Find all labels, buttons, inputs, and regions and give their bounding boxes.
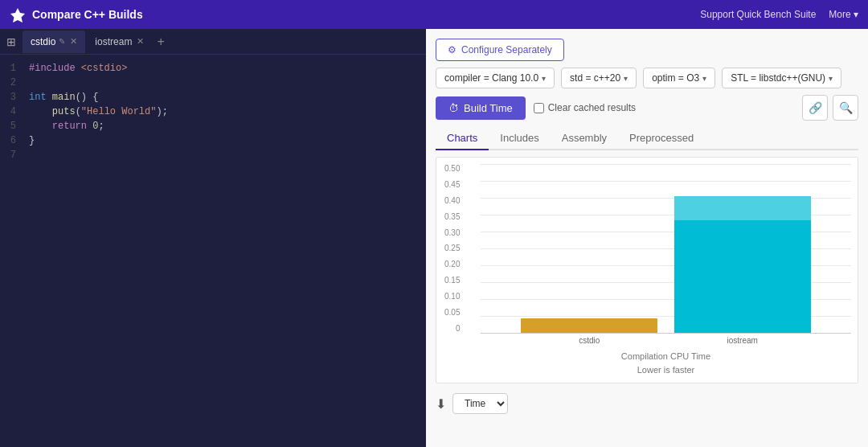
- optim-caret-icon: ▾: [702, 74, 706, 83]
- line-numbers: 1 2 3 4 5 6 7: [0, 58, 23, 444]
- app-logo-icon: [10, 6, 26, 23]
- action-left: ⏱ Build Time Clear cached results: [436, 96, 636, 120]
- code-content[interactable]: #include <cstdio> int main() { puts("Hel…: [23, 58, 426, 444]
- support-link[interactable]: Support Quick Bench Suite: [700, 9, 816, 20]
- tab-preprocessed[interactable]: Preprocessed: [618, 127, 705, 150]
- clear-cache-label[interactable]: Clear cached results: [534, 102, 636, 113]
- build-time-button[interactable]: ⏱ Build Time: [436, 96, 526, 120]
- tab-iostream-label: iostream: [95, 36, 132, 47]
- main-layout: ⊞ cstdio ✎ ✕ iostream ✕ + 1 2 3 4 5 6 7: [0, 29, 868, 447]
- configure-icon: ⚙: [448, 44, 457, 55]
- bottom-row: ⬇ Time: [436, 393, 858, 414]
- editor-panel: ⊞ cstdio ✎ ✕ iostream ✕ + 1 2 3 4 5 6 7: [0, 29, 426, 447]
- time-select[interactable]: Time: [452, 393, 508, 414]
- optim-dropdown-label: optim = O3: [652, 72, 699, 84]
- y-label-040: 0.40: [444, 196, 460, 205]
- chart-wrapper: 0.50 0.45 0.40 0.35 0.30 0.25 0.20 0.15 …: [436, 157, 858, 383]
- bar-group-cstdio: [521, 318, 657, 333]
- header-actions: Support Quick Bench Suite More ▾: [700, 9, 858, 20]
- tab-iostream-close-icon[interactable]: ✕: [137, 36, 144, 47]
- tab-assembly-label: Assembly: [562, 132, 607, 144]
- y-label-035: 0.35: [444, 212, 460, 221]
- y-axis: 0.50 0.45 0.40 0.35 0.30 0.25 0.20 0.15 …: [444, 164, 460, 333]
- content-tabs: Charts Includes Assembly Preprocessed: [436, 127, 858, 150]
- download-icon[interactable]: ⬇: [436, 396, 446, 412]
- tab-assembly[interactable]: Assembly: [551, 127, 618, 150]
- svg-marker-0: [10, 8, 25, 23]
- tab-preprocessed-label: Preprocessed: [629, 132, 694, 144]
- bars-container: [481, 164, 851, 333]
- y-label-025: 0.25: [444, 244, 460, 252]
- tab-charts-label: Charts: [447, 132, 477, 144]
- configure-label: Configure Separately: [461, 44, 552, 55]
- tab-cstdio-edit-icon[interactable]: ✎: [59, 37, 65, 46]
- y-label-005: 0.05: [444, 308, 460, 317]
- tab-cstdio[interactable]: cstdio ✎ ✕: [23, 31, 85, 53]
- app-header: Compare C++ Builds Support Quick Bench S…: [0, 0, 868, 29]
- bar-iostream-top: [674, 196, 811, 220]
- compiler-dropdown[interactable]: compiler = Clang 10.0 ▾: [436, 68, 555, 88]
- tab-cstdio-label: cstdio: [31, 36, 55, 47]
- std-dropdown-label: std = c++20: [570, 72, 620, 84]
- y-label-015: 0.15: [444, 276, 460, 285]
- build-btn-label: Build Time: [464, 102, 513, 114]
- share-button[interactable]: 🔗: [802, 95, 828, 121]
- y-label-045: 0.45: [444, 180, 460, 189]
- build-timer-icon: ⏱: [448, 102, 459, 114]
- search-button[interactable]: 🔍: [833, 95, 858, 121]
- bar-group-iostream: [674, 196, 811, 333]
- editor-tabs-bar: ⊞ cstdio ✎ ✕ iostream ✕ +: [0, 29, 426, 55]
- y-label-010: 0.10: [444, 292, 460, 301]
- std-dropdown[interactable]: std = c++20 ▾: [561, 68, 637, 88]
- bar-iostream: [674, 196, 811, 333]
- tab-includes-label: Includes: [500, 132, 538, 144]
- clear-cache-checkbox[interactable]: [534, 103, 544, 113]
- x-label-iostream: iostream: [674, 336, 811, 345]
- grid-line-11: [481, 333, 851, 334]
- more-button[interactable]: More ▾: [829, 9, 858, 20]
- x-axis-labels: cstdio iostream: [481, 333, 851, 348]
- chart-area: 0.50 0.45 0.40 0.35 0.30 0.25 0.20 0.15 …: [481, 164, 851, 333]
- tab-cstdio-close-icon[interactable]: ✕: [70, 36, 77, 47]
- add-tab-button[interactable]: +: [154, 35, 167, 49]
- stl-dropdown-label: STL = libstdc++(GNU): [731, 72, 825, 84]
- configure-separately-button[interactable]: ⚙ Configure Separately: [436, 39, 564, 61]
- compiler-options-row: compiler = Clang 10.0 ▾ std = c++20 ▾ op…: [436, 68, 858, 88]
- action-right: 🔗 🔍: [802, 95, 858, 121]
- stl-dropdown[interactable]: STL = libstdc++(GNU) ▾: [722, 68, 841, 88]
- app-title-group: Compare C++ Builds: [10, 6, 143, 23]
- code-editor[interactable]: 1 2 3 4 5 6 7 #include <cstdio> int main…: [0, 55, 426, 447]
- tab-includes[interactable]: Includes: [489, 127, 550, 150]
- right-panel: ⚙ Configure Separately compiler = Clang …: [426, 29, 868, 447]
- tab-iostream[interactable]: iostream ✕: [87, 31, 152, 53]
- grid-icon: ⊞: [6, 35, 16, 48]
- compiler-dropdown-label: compiler = Clang 10.0: [444, 72, 538, 84]
- share-icon: 🔗: [809, 101, 822, 114]
- chart-caption-line1: Compilation CPU Time: [481, 350, 851, 363]
- y-label-020: 0.20: [444, 260, 460, 269]
- compiler-caret-icon: ▾: [542, 74, 546, 83]
- std-caret-icon: ▾: [624, 74, 628, 83]
- y-label-030: 0.30: [444, 228, 460, 237]
- optim-dropdown[interactable]: optim = O3 ▾: [643, 68, 715, 88]
- tab-charts[interactable]: Charts: [436, 127, 489, 150]
- bar-cstdio: [521, 318, 657, 333]
- stl-caret-icon: ▾: [829, 74, 833, 83]
- search-icon: 🔍: [839, 101, 853, 114]
- chart-caption-line2: Lower is faster: [481, 363, 851, 377]
- chart-caption: Compilation CPU Time Lower is faster: [481, 348, 851, 383]
- y-label-050: 0.50: [444, 164, 460, 173]
- action-row: ⏱ Build Time Clear cached results 🔗 🔍: [436, 95, 858, 121]
- app-title: Compare C++ Builds: [32, 8, 143, 21]
- clear-cache-text: Clear cached results: [548, 102, 636, 113]
- x-label-cstdio: cstdio: [521, 336, 657, 345]
- configure-row: ⚙ Configure Separately: [436, 39, 858, 61]
- y-label-000: 0: [444, 324, 460, 333]
